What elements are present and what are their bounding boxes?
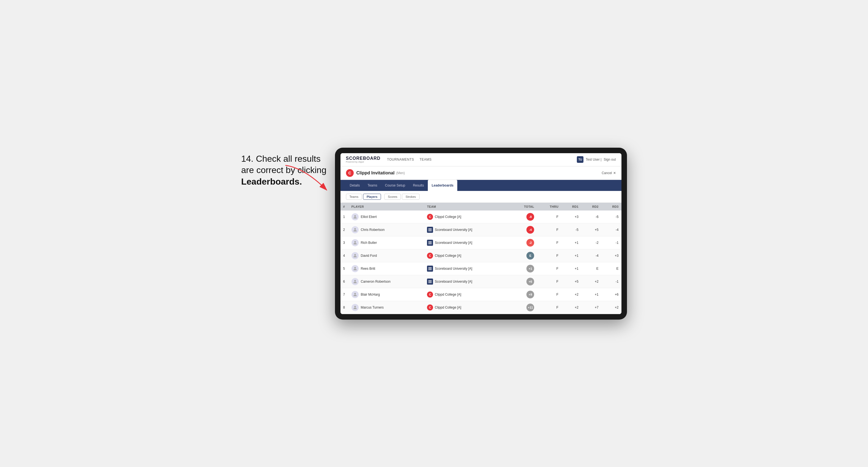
team-name: Clippd College [A]	[435, 292, 461, 297]
cell-rd1: +1	[561, 262, 581, 275]
svg-point-4	[354, 254, 356, 256]
col-player: PLAYER	[349, 203, 425, 211]
player-avatar	[351, 252, 359, 259]
player-name: Marcus Turners	[361, 306, 384, 309]
team-name: Scoreboard University [A]	[435, 280, 472, 283]
player-name: Cameron Robertson	[361, 280, 391, 283]
cell-rd1: -5	[561, 223, 581, 236]
table-row: 7 Blair McHarg C Clippd College [A] +9F+…	[340, 288, 621, 301]
tab-details[interactable]: Details	[346, 180, 364, 191]
table-row: 6 Cameron Robertson Scoreboard Universit…	[340, 275, 621, 288]
team-logo-scoreboard	[427, 240, 433, 246]
player-name: Rees Britt	[361, 267, 375, 271]
cell-team: Scoreboard University [A]	[424, 236, 510, 249]
cell-rd3: +6	[601, 288, 621, 301]
logo-sub: Powered by clippd	[346, 161, 381, 163]
score-badge: E	[526, 252, 534, 259]
cell-rank: 5	[340, 262, 349, 275]
cell-total: +1	[510, 262, 537, 275]
cell-rd1: +1	[561, 236, 581, 249]
cell-rd2: +2	[581, 275, 601, 288]
main-nav: TOURNAMENTS TEAMS	[387, 156, 577, 162]
cell-team: C Clippd College [A]	[424, 301, 510, 314]
cell-thru: F	[537, 275, 561, 288]
cell-team: C Clippd College [A]	[424, 288, 510, 301]
cell-rd1: +2	[561, 301, 581, 314]
cell-total: -8	[510, 211, 537, 223]
cell-player: Blair McHarg	[349, 288, 425, 301]
cell-rd2: -6	[581, 211, 601, 223]
cancel-button[interactable]: Cancel ✕	[601, 171, 616, 175]
filter-players-button[interactable]: Players	[363, 194, 381, 200]
cell-player: Rich Butler	[349, 236, 425, 249]
table-header-row: # PLAYER TEAM TOTAL THRU RD1 RD2 RD3	[340, 203, 621, 211]
table-row: 4 David Ford C Clippd College [A] EF+1-4…	[340, 249, 621, 262]
table-row: 5 Rees Britt Scoreboard University [A] +…	[340, 262, 621, 275]
player-name: Chris Robertson	[361, 228, 385, 232]
cell-player: Marcus Turners	[349, 301, 425, 314]
player-name: Blair McHarg	[361, 292, 380, 297]
sign-out-link[interactable]: Sign out	[603, 158, 616, 161]
table-row: 2 Chris Robertson Scoreboard University …	[340, 223, 621, 236]
cell-thru: F	[537, 223, 561, 236]
tablet-screen: SCOREBOARD Powered by clippd TOURNAMENTS…	[340, 153, 621, 314]
filter-strokes-button[interactable]: Strokes	[402, 194, 419, 200]
cell-total: +6	[510, 275, 537, 288]
nav-teams[interactable]: TEAMS	[420, 156, 432, 162]
svg-point-5	[354, 267, 356, 269]
cell-rd1: +3	[561, 211, 581, 223]
cell-rank: 6	[340, 275, 349, 288]
cell-rank: 4	[340, 249, 349, 262]
cell-rd3: -5	[601, 211, 621, 223]
table-row: 3 Rich Butler Scoreboard University [A] …	[340, 236, 621, 249]
col-rd2: RD2	[581, 203, 601, 211]
player-avatar	[351, 304, 359, 311]
player-avatar	[351, 291, 359, 298]
team-logo-scoreboard	[427, 266, 433, 272]
cell-total: -2	[510, 237, 537, 249]
nav-tournaments[interactable]: TOURNAMENTS	[387, 156, 414, 162]
instruction-line1: 14. Check all results	[241, 154, 321, 164]
player-avatar	[351, 213, 359, 220]
tab-course-setup[interactable]: Course Setup	[381, 180, 409, 191]
score-badge: -8	[526, 213, 534, 221]
leaderboard-table: # PLAYER TEAM TOTAL THRU RD1 RD2 RD3 1 E…	[340, 203, 621, 314]
player-avatar	[351, 278, 359, 285]
player-name: David Ford	[361, 254, 377, 258]
filter-teams-button[interactable]: Teams	[346, 194, 362, 200]
cell-rd2: E	[581, 262, 601, 275]
filter-scores-button[interactable]: Scores	[384, 194, 401, 200]
cell-rd1: +1	[561, 249, 581, 262]
col-total: TOTAL	[510, 203, 537, 211]
cancel-label: Cancel	[601, 171, 612, 175]
app-logo: SCOREBOARD	[346, 156, 381, 161]
cell-rd2: +7	[581, 301, 601, 314]
team-name: Clippd College [A]	[435, 306, 461, 309]
cell-thru: F	[537, 211, 561, 223]
cell-rd3: -1	[601, 236, 621, 249]
tablet-frame: SCOREBOARD Powered by clippd TOURNAMENTS…	[335, 148, 627, 320]
tournament-type: (Men)	[396, 171, 405, 175]
team-logo-scoreboard	[427, 227, 433, 233]
tab-results[interactable]: Results	[409, 180, 428, 191]
col-rank: #	[340, 203, 349, 211]
cell-thru: F	[537, 262, 561, 275]
col-rd3: RD3	[601, 203, 621, 211]
cell-team: C Clippd College [A]	[424, 249, 510, 262]
team-logo-clippd: C	[427, 253, 433, 259]
tab-bar: Details Teams Course Setup Results Leade…	[340, 180, 621, 191]
score-badge: -2	[526, 239, 534, 247]
team-name: Scoreboard University [A]	[435, 228, 472, 232]
cell-team: Scoreboard University [A]	[424, 223, 510, 236]
cell-team: C Clippd College [A]	[424, 211, 510, 223]
cell-rank: 7	[340, 288, 349, 301]
tab-leaderboards[interactable]: Leaderboards	[428, 180, 457, 191]
cell-rd2: -2	[581, 236, 601, 249]
arrow-indicator	[283, 162, 343, 198]
tab-teams[interactable]: Teams	[364, 180, 381, 191]
score-badge: +1	[526, 265, 534, 273]
player-avatar	[351, 226, 359, 234]
cell-rank: 2	[340, 223, 349, 236]
cell-player: Cameron Robertson	[349, 275, 425, 288]
svg-point-3	[354, 241, 356, 243]
